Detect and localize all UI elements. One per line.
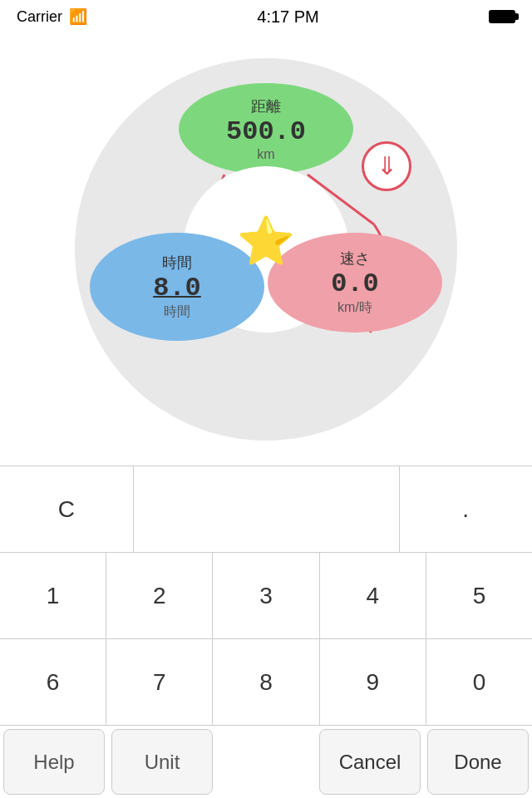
action-gap bbox=[216, 726, 316, 798]
dot-key[interactable]: . bbox=[400, 466, 533, 552]
clear-key[interactable]: C bbox=[0, 466, 134, 552]
speed-unit: km/時 bbox=[337, 299, 372, 317]
keypad-row-2: 6 7 8 9 0 bbox=[0, 639, 532, 725]
key-5[interactable]: 5 bbox=[426, 553, 532, 638]
key-6[interactable]: 6 bbox=[0, 639, 106, 725]
time-value: 8.0 bbox=[153, 273, 201, 303]
help-button[interactable]: Help bbox=[3, 729, 105, 795]
star-icon: ⭐ bbox=[237, 214, 295, 268]
carrier-label: Carrier bbox=[17, 8, 62, 26]
distance-oval[interactable]: 距離 500.0 km bbox=[179, 83, 353, 175]
big-circle: 距離 500.0 km ★ ★ ⭐ ⇓ 時間 8.0 時間 速さ 0.0 km/… bbox=[75, 58, 457, 441]
speed-label: 速さ bbox=[340, 249, 370, 268]
status-left: Carrier 📶 bbox=[17, 7, 87, 26]
time-label: 時間 bbox=[162, 253, 192, 273]
key-9[interactable]: 9 bbox=[320, 639, 426, 725]
speed-value: 0.0 bbox=[331, 268, 379, 299]
diagram-area: 距離 500.0 km ★ ★ ⭐ ⇓ 時間 8.0 時間 速さ 0.0 km/… bbox=[0, 33, 532, 466]
cancel-button[interactable]: Cancel bbox=[319, 729, 421, 795]
arrow-down-icon: ⇓ bbox=[377, 154, 397, 179]
arrow-circle[interactable]: ⇓ bbox=[362, 141, 411, 191]
action-row: Help Unit Cancel Done bbox=[0, 725, 532, 798]
status-bar: Carrier 📶 4:17 PM bbox=[0, 0, 532, 33]
distance-value: 500.0 bbox=[226, 116, 306, 147]
key-0[interactable]: 0 bbox=[426, 639, 532, 725]
keypad-row-special: C . bbox=[0, 466, 532, 553]
done-button[interactable]: Done bbox=[427, 729, 529, 795]
key-2[interactable]: 2 bbox=[106, 553, 213, 638]
key-8[interactable]: 8 bbox=[213, 639, 319, 725]
distance-unit: km bbox=[257, 147, 274, 162]
key-3[interactable]: 3 bbox=[213, 553, 319, 638]
unit-button[interactable]: Unit bbox=[111, 729, 213, 795]
key-7[interactable]: 7 bbox=[106, 639, 213, 725]
key-4[interactable]: 4 bbox=[320, 553, 426, 638]
key-1[interactable]: 1 bbox=[0, 553, 106, 638]
empty-key bbox=[134, 466, 400, 552]
time-unit: 時間 bbox=[164, 303, 190, 321]
battery-icon bbox=[489, 10, 515, 23]
distance-label: 距離 bbox=[251, 96, 281, 116]
keypad: C . 1 2 3 4 5 6 7 8 9 0 bbox=[0, 466, 532, 725]
wifi-icon: 📶 bbox=[69, 7, 87, 26]
keypad-row-1: 1 2 3 4 5 bbox=[0, 553, 532, 639]
time-display: 4:17 PM bbox=[257, 7, 318, 27]
